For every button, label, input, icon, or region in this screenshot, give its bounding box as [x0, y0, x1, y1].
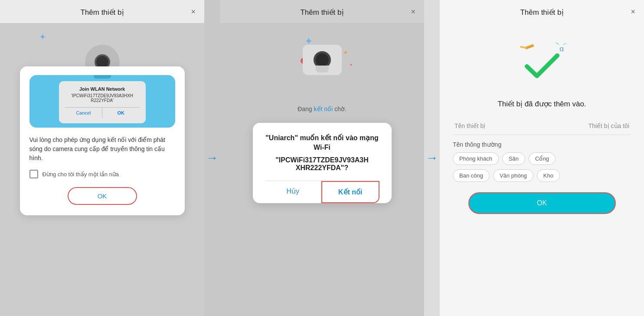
- panel2-body: ✦ ✦ ● Đang kết nối chờ. "Uniarch" muốn k…: [220, 23, 424, 316]
- connecting-text-part2: chờ.: [334, 105, 347, 112]
- wlan-title: Join WLAN Network: [65, 86, 140, 92]
- confetti2-icon: ▬: [520, 42, 527, 50]
- panel1-close-button[interactable]: ×: [191, 8, 196, 16]
- wifi-dialog-buttons: Hủy Kết nối: [265, 181, 379, 203]
- progress-bar: [528, 23, 556, 36]
- arrow2-icon: →: [426, 151, 438, 165]
- panel1-ok-button[interactable]: OK: [68, 187, 137, 205]
- connecting-text-highlight: kết nối: [314, 105, 335, 112]
- wifi-connect-button[interactable]: Kết nối: [321, 181, 379, 203]
- wlan-cancel-btn[interactable]: Cancel: [65, 108, 103, 118]
- panel1-card: Join WLAN Network 'IPCWiFi317TZDE9JV93A3…: [20, 66, 185, 215]
- connecting-text-part1: Đang: [297, 105, 314, 112]
- device-name-label: Tên thiết bị: [454, 122, 588, 129]
- success-icon-wrapper: ▬ ▬ ─ ɑ ⌒: [516, 40, 568, 92]
- sparkle1-icon: ✦: [39, 32, 46, 42]
- arrow1-icon: →: [206, 151, 218, 165]
- cam2-wrapper: ✦ ✦ ●: [292, 32, 353, 88]
- wifi-dialog-title: "Uniarch" muốn kết nối vào mạng Wi-Fi: [265, 133, 379, 153]
- wlan-ok-btn[interactable]: OK: [102, 108, 140, 118]
- panel3-close-button[interactable]: ×: [631, 8, 635, 16]
- panel2-header: Thêm thiết bị ×: [220, 0, 424, 23]
- cam2-stand: [316, 66, 329, 72]
- panel1-body: ✦ Join WLAN Network 'IPCWiFi317TZDE9JV93…: [0, 23, 204, 316]
- tag-san[interactable]: Sân: [502, 152, 525, 165]
- device-name-row: Tên thiết bị Thiết bị của tôi: [453, 117, 631, 135]
- tag-cong[interactable]: Cổng: [529, 152, 556, 165]
- device-name-value: Thiết bị của tôi: [588, 122, 629, 129]
- wlan-dialog: Join WLAN Network 'IPCWiFi317TZDE9JV93A3…: [59, 81, 146, 123]
- checkbox-row: Đừng cho tôi thấy một lần nữa: [29, 170, 175, 178]
- dont-show-checkbox[interactable]: [29, 170, 38, 178]
- wifi-dialog: "Uniarch" muốn kết nối vào mạng Wi-Fi "I…: [253, 123, 392, 203]
- wifi-cancel-button[interactable]: Hủy: [265, 181, 322, 203]
- nickname-label: Tên thông thường: [453, 141, 631, 148]
- tag-bancong[interactable]: Ban công: [453, 169, 490, 182]
- panel1: Thêm thiết bị × ✦ Join WLAN Network 'IPC…: [0, 0, 204, 316]
- tag-vanphong[interactable]: Văn phòng: [493, 169, 533, 182]
- panel2-close-button[interactable]: ×: [411, 8, 415, 16]
- panel2: Thêm thiết bị × ✦ ✦ ● Đang kết nối chờ. …: [220, 0, 424, 316]
- panel3: Thêm thiết bị × ▬ ▬ ─ ɑ ⌒ Thiết bị đã đư…: [440, 0, 644, 316]
- panel1-description: Vui lòng cho phép ứng dụng kết nối với đ…: [29, 135, 175, 163]
- panel1-title: Thêm thiết bị: [80, 8, 124, 17]
- tag-phongnghach[interactable]: Phòng khách: [453, 152, 499, 165]
- checkbox-label: Đừng cho tôi thấy một lần nữa: [42, 171, 119, 178]
- checkmark-icon: [525, 53, 559, 79]
- panel1-header: Thêm thiết bị ×: [0, 0, 204, 23]
- sparkle3-icon: ✦: [343, 49, 348, 56]
- panel3-body: ▬ ▬ ─ ɑ ⌒ Thiết bị đã được thêm vào. Tên…: [440, 36, 644, 316]
- phone-notch: [94, 75, 111, 79]
- panel3-title: Thêm thiết bị: [520, 8, 563, 17]
- tags-row2: Ban công Văn phòng Kho: [453, 169, 631, 182]
- connecting-text: Đang kết nối chờ.: [297, 105, 347, 112]
- tag-kho[interactable]: Kho: [537, 169, 560, 182]
- panel3-ok-button[interactable]: OK: [468, 192, 616, 214]
- wifi-dialog-network: "IPCWiFi317TZDE9JV93A3H XHR222YFDA"?: [265, 156, 379, 172]
- dot-pink: ●: [350, 62, 352, 67]
- wlan-network: 'IPCWiFi317TZDE9JV93A3HXH R222YFDA': [65, 93, 140, 103]
- phone-mockup: Join WLAN Network 'IPCWiFi317TZDE9JV93A3…: [29, 75, 175, 128]
- panel3-header: Thêm thiết bị ×: [440, 0, 644, 23]
- wlan-buttons: Cancel OK: [65, 107, 140, 118]
- tags-row1: Phòng khách Sân Cổng: [453, 152, 631, 165]
- success-text: Thiết bị đã được thêm vào.: [497, 99, 586, 109]
- panel2-title: Thêm thiết bị: [300, 8, 343, 17]
